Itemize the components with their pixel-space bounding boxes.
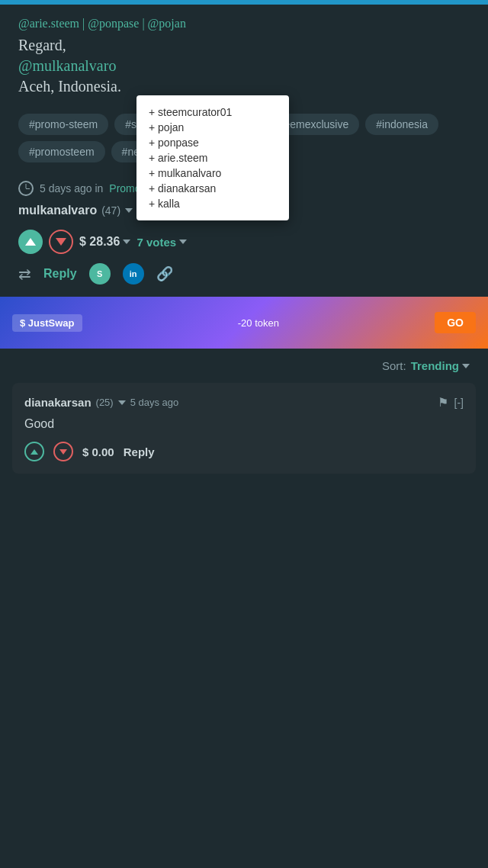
banner-go-button[interactable]: GO (435, 312, 476, 333)
author-link-main[interactable]: @mulkanalvaro (18, 57, 470, 75)
comment-upvote-button[interactable] (24, 442, 44, 461)
comment-author-name[interactable]: dianakarsan (24, 396, 92, 409)
voter-1: + steemcurator01 (149, 104, 277, 120)
tag-promo-steem[interactable]: #promo-steem (18, 114, 108, 135)
mention-link-arie[interactable]: @arie.steem (18, 17, 79, 30)
comment-header: dianakarsan (25) 5 days ago ⚑ [-] (24, 395, 464, 410)
mention-link-ponpase[interactable]: @ponpase (88, 17, 139, 30)
resteem-icon[interactable]: ⇄ (18, 265, 31, 283)
location-text: Aceh, Indonesia. (18, 78, 470, 95)
comment-vote-row: $ 0.00 Reply (24, 442, 464, 461)
votes-value: 7 votes (136, 236, 176, 249)
price-tag: $ 28.36 (79, 235, 130, 249)
post-author-rep: (47) (101, 204, 120, 217)
comment-reply-link[interactable]: Reply (124, 445, 155, 458)
comment-text: Good (24, 417, 464, 431)
sort-label: Sort: (382, 359, 406, 372)
clock-icon (18, 181, 34, 196)
author-dropdown-icon[interactable] (125, 208, 133, 213)
votes-tag: 7 votes (136, 236, 187, 249)
downvote-button[interactable] (49, 230, 73, 254)
comment-downvote-button[interactable] (53, 442, 73, 461)
voter-7: + kalla (149, 196, 277, 211)
voter-5: + mulkanalvaro (149, 166, 277, 181)
votes-dropdown-popup: + steemcurator01 + pojan + ponpase + ari… (136, 95, 289, 220)
linkedin-icon[interactable]: in (123, 263, 144, 285)
voter-4: + arie.steem (149, 150, 277, 166)
sort-bar: Sort: Trending (0, 349, 488, 383)
banner-token-text: -20 token (238, 317, 279, 329)
tag-promosteem[interactable]: #promosteem (18, 141, 105, 162)
sort-value-text: Trending (411, 359, 459, 372)
voter-2: + pojan (149, 120, 277, 135)
comment-box: dianakarsan (25) 5 days ago ⚑ [-] Good $… (12, 383, 476, 474)
regard-text: Regard, (18, 37, 470, 54)
price-dropdown-icon[interactable] (123, 240, 130, 244)
comment-actions-right: ⚑ [-] (438, 395, 464, 410)
mention-link-pojan[interactable]: @pojan (148, 17, 186, 30)
comment-author-area: dianakarsan (25) 5 days ago (24, 396, 178, 409)
collapse-button[interactable]: [-] (454, 397, 464, 409)
voter-6: + dianakarsan (149, 181, 277, 196)
main-content: @arie.steem | @ponpase | @pojan Regard, … (0, 5, 488, 297)
voter-3: + ponpase (149, 135, 277, 150)
comment-author-dropdown-icon[interactable] (118, 400, 126, 405)
sort-chevron-icon[interactable] (462, 364, 470, 368)
votes-dropdown-icon[interactable] (179, 240, 187, 244)
upvote-button[interactable] (18, 230, 43, 254)
sort-value[interactable]: Trending (411, 359, 470, 372)
action-row: ⇄ Reply + steemcurator01 + pojan + ponpa… (18, 263, 470, 297)
mention-line: @arie.steem | @ponpase | @pojan (18, 17, 470, 31)
banner-logo[interactable]: $ JustSwap (12, 314, 82, 332)
price-value: $ 28.36 (79, 235, 120, 249)
vote-row: $ 28.36 7 votes (18, 230, 470, 254)
comment-author-rep: (25) (96, 397, 114, 408)
comment-price: $ 0.00 (82, 445, 114, 458)
reply-link[interactable]: Reply (43, 267, 77, 281)
post-author-name[interactable]: mulkanalvaro (18, 204, 97, 217)
banner-ad: $ JustSwap -20 token GO (0, 297, 488, 349)
tag-indonesia[interactable]: #indonesia (365, 114, 438, 135)
meta-time: 5 days ago in (40, 182, 103, 194)
comment-time: 5 days ago (130, 397, 179, 408)
steem-social-icon[interactable]: S (89, 263, 111, 285)
flag-icon[interactable]: ⚑ (438, 395, 448, 410)
link-chain-icon[interactable]: 🔗 (156, 265, 173, 282)
